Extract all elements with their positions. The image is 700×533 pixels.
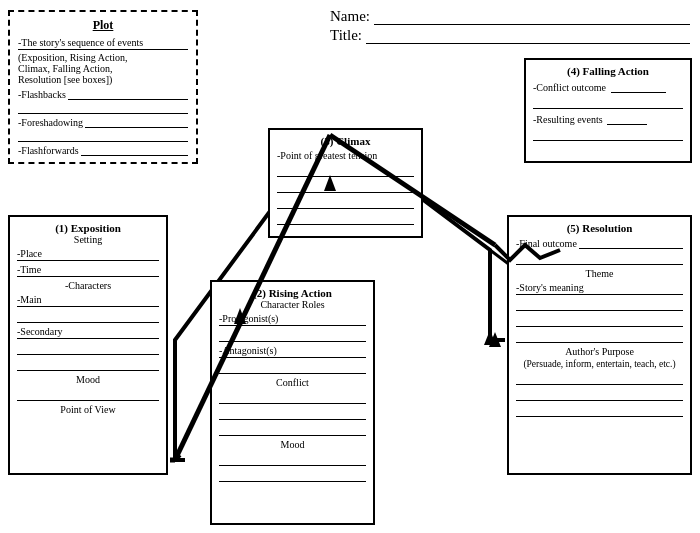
time-field: -Time [17, 264, 159, 277]
meaning-field: -Story's meaning [516, 282, 683, 295]
name-label: Name: [330, 8, 370, 25]
falling-title: (4) Falling Action [533, 65, 683, 77]
rising-subtitle: Character Roles [219, 299, 366, 310]
rising-mood-label: Mood [219, 439, 366, 450]
flashforwards-label: -Flashforwards [18, 145, 79, 156]
falling-action-box: (4) Falling Action -Conflict outcome -Re… [524, 58, 692, 163]
climax-desc: -Point of greatest tension [277, 150, 414, 161]
foreshadowing-label: -Foreshadowing [18, 117, 83, 128]
conflict-label: Conflict [219, 377, 366, 388]
author-blank2 [516, 388, 683, 401]
conflict-blank2 [219, 407, 366, 420]
protagonist-blank [219, 329, 366, 342]
conflict-blank3 [219, 423, 366, 436]
page: Name: Title: Plot -The story's sequence … [0, 0, 700, 533]
meaning-blank3 [516, 330, 683, 343]
svg-line-2 [175, 455, 180, 460]
pov-blank [17, 388, 159, 401]
author-purpose-label: Author's Purpose [516, 346, 683, 357]
title-label: Title: [330, 27, 362, 44]
final-outcome-label: -Final outcome [516, 238, 577, 249]
plot-box: Plot -The story's sequence of events (Ex… [8, 10, 198, 164]
title-underline [366, 28, 690, 44]
antagonist-blank [219, 361, 366, 374]
climax-blank2 [277, 180, 414, 193]
name-underline [374, 9, 690, 25]
pov-label: Point of View [17, 404, 159, 415]
plot-line2: (Exposition, Rising Action, [18, 52, 188, 63]
resulting-blank [533, 128, 683, 141]
secondary-blank [17, 342, 159, 355]
author-desc: (Persuade, inform, entertain, teach, etc… [516, 359, 683, 369]
author-blank3 [516, 404, 683, 417]
climax-box: (3) Climax -Point of greatest tension [268, 128, 423, 238]
resulting-label: -Resulting events [533, 114, 603, 125]
svg-marker-7 [484, 330, 496, 345]
meaning-blank1 [516, 298, 683, 311]
outcome-blank [533, 96, 683, 109]
mood-blank [17, 358, 159, 371]
place-field: -Place [17, 248, 159, 261]
rising-mood-blank2 [219, 469, 366, 482]
climax-blank3 [277, 196, 414, 209]
exposition-subtitle: Setting [17, 234, 159, 245]
resolution-title: (5) Resolution [516, 222, 683, 234]
theme-label: Theme [516, 268, 683, 279]
plot-line1: -The story's sequence of events [18, 37, 188, 50]
protagonist-field: -Protagonist(s) [219, 313, 366, 326]
conflict-outcome-label: -Conflict outcome [533, 82, 606, 93]
secondary-field: -Secondary [17, 326, 159, 339]
plot-line4: Resolution [see boxes]) [18, 74, 188, 85]
climax-blank4 [277, 212, 414, 225]
characters-label: -Characters [17, 280, 159, 291]
climax-blank1 [277, 164, 414, 177]
meaning-blank2 [516, 314, 683, 327]
conflict-outcome-row: -Conflict outcome [533, 82, 683, 93]
header: Name: Title: [330, 8, 690, 46]
exposition-title: (1) Exposition [17, 222, 159, 234]
mood-label: Mood [17, 374, 159, 385]
main-field: -Main [17, 294, 159, 307]
climax-title: (3) Climax [277, 135, 414, 147]
exposition-box: (1) Exposition Setting -Place -Time -Cha… [8, 215, 168, 475]
meaning-label: -Story's meaning [516, 282, 584, 293]
main-blank [17, 310, 159, 323]
resolution-box: (5) Resolution -Final outcome Theme -Sto… [507, 215, 692, 475]
author-blank1 [516, 372, 683, 385]
rising-mood-blank1 [219, 453, 366, 466]
rising-action-box: (2) Rising Action Character Roles -Prota… [210, 280, 375, 525]
flashbacks-label: -Flashbacks [18, 89, 66, 100]
conflict-blank1 [219, 391, 366, 404]
resulting-row: -Resulting events [533, 114, 683, 125]
rising-title: (2) Rising Action [219, 287, 366, 299]
antagonist-field: -Antagonist(s) [219, 345, 366, 358]
foreshadowing-blank [18, 128, 188, 142]
plot-line3: Climax, Falling Action, [18, 63, 188, 74]
plot-title: Plot [18, 18, 188, 33]
flashbacks-blank [18, 100, 188, 114]
final-blank [516, 252, 683, 265]
svg-marker-14 [489, 332, 501, 347]
